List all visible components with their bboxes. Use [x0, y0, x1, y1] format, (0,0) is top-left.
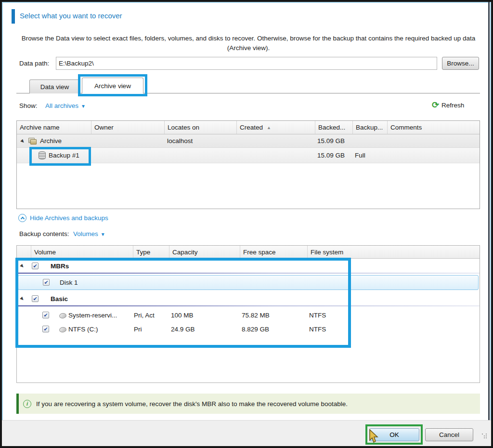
volume-icon [59, 327, 66, 333]
volumes-table: Volume Type Capacity Free space File sys… [16, 245, 480, 383]
backup-name: Backup #1 [49, 152, 79, 159]
expander-icon[interactable]: ▶ [20, 138, 26, 144]
archives-table-header: Archive name Owner Locates on Created▲ B… [17, 121, 480, 134]
hide-archives-link[interactable]: Hide Archives and backups [18, 214, 108, 222]
volume-file-system: NTFS [309, 326, 326, 333]
column-header-created[interactable]: Created▲ [237, 121, 315, 134]
expander-icon[interactable]: ▶ [19, 263, 25, 269]
column-header-volume[interactable]: Volume [31, 246, 133, 258]
table-row-backup-1[interactable]: Backup #1 15.09 GB Full [17, 148, 480, 163]
column-header-capacity[interactable]: Capacity [169, 246, 240, 258]
group-name-basic: Basic [51, 295, 68, 303]
tab-data-view[interactable]: Data view [29, 79, 80, 93]
backup-contents-label: Backup contents: [19, 230, 69, 237]
volume-capacity: 100 MB [171, 312, 194, 319]
chevron-down-icon: ▼ [81, 104, 86, 109]
volume-name-disk-1: Disk 1 [60, 279, 78, 286]
show-filter-dropdown[interactable]: All archives▼ [45, 102, 86, 109]
backup-contents-dropdown[interactable]: Volumes▼ [73, 230, 105, 237]
basic-checkbox[interactable] [32, 295, 39, 302]
column-header-locates-on[interactable]: Locates on [165, 121, 237, 134]
info-icon: i [23, 400, 31, 408]
group-row-mbrs[interactable]: ▶ MBRs [17, 259, 480, 274]
info-accent-bar [16, 394, 19, 414]
volume-free-space: 75.82 MB [242, 312, 270, 319]
description-text: Browse the Data view to select exact fil… [21, 34, 476, 53]
archive-name: Archive [40, 137, 62, 145]
volume-type: Pri, Act [134, 312, 155, 319]
expander-icon[interactable]: ▶ [19, 296, 25, 302]
data-path-label: Data path: [19, 60, 49, 67]
column-header-owner[interactable]: Owner [91, 121, 165, 134]
refresh-icon: ⟳ [432, 101, 439, 109]
browse-button[interactable]: Browse... [442, 57, 479, 70]
column-header-free-space[interactable]: Free space [240, 246, 308, 258]
volume-type: Pri [134, 326, 142, 333]
table-row-system-reserved[interactable]: System-reservi... Pri, Act 100 MB 75.82 … [17, 309, 480, 323]
group-underline [17, 273, 480, 274]
resize-grip[interactable] [482, 434, 489, 440]
volume-capacity: 24.9 GB [171, 326, 195, 333]
group-name-mbrs: MBRs [51, 263, 69, 270]
column-header-comments[interactable]: Comments [388, 121, 480, 134]
column-header-file-system[interactable]: File system [308, 246, 480, 258]
archive-backed-size: 15.09 GB [317, 137, 345, 145]
column-header-archive-name[interactable]: Archive name [17, 121, 91, 134]
page-title: Select what you want to recover [20, 12, 122, 20]
title-accent-bar [12, 9, 15, 24]
mbrs-checkbox[interactable] [32, 263, 39, 269]
volume-file-system: NTFS [309, 312, 326, 319]
volume-name-system-reserved: System-reservi... [68, 312, 117, 319]
table-row-disk-1[interactable]: Disk 1 [18, 275, 479, 290]
backup-database-icon [39, 151, 46, 159]
group-underline [17, 305, 480, 306]
volume-icon [59, 313, 66, 319]
show-filter-value[interactable]: All archives [45, 102, 78, 109]
chevron-down-icon: ▼ [101, 232, 105, 237]
system-reserved-checkbox[interactable] [42, 312, 49, 318]
column-header-gutter [17, 246, 31, 258]
column-header-backup[interactable]: Backup... [353, 121, 388, 134]
column-header-type[interactable]: Type [133, 246, 169, 258]
group-row-basic[interactable]: ▶ Basic [17, 291, 480, 306]
column-header-backed[interactable]: Backed... [315, 121, 353, 134]
sort-ascending-icon: ▲ [267, 125, 271, 130]
disk-1-checkbox[interactable] [43, 279, 50, 286]
cancel-button[interactable]: Cancel [425, 428, 473, 441]
show-filter-label: Show: [19, 102, 38, 109]
collapse-up-icon [18, 214, 26, 222]
info-bar: i If you are recovering a system volume,… [16, 394, 480, 414]
dialog-window: Select what you want to recover Browse t… [0, 0, 493, 448]
footer-bar [2, 420, 493, 448]
hide-archives-label: Hide Archives and backups [30, 214, 108, 222]
backup-contents-value[interactable]: Volumes [73, 230, 98, 237]
ntfs-c-checkbox[interactable] [42, 326, 49, 332]
backup-backed-size: 15.09 GB [317, 152, 345, 159]
info-text: If you are recovering a system volume, r… [36, 400, 348, 408]
window-edge-decoration [488, 2, 490, 446]
volume-name-ntfs-c: NTFS (C:) [68, 326, 98, 333]
refresh-label: Refresh [441, 102, 464, 109]
backup-type: Full [355, 152, 365, 159]
archives-table: Archive name Owner Locates on Created▲ B… [16, 120, 480, 209]
ok-button[interactable]: OK [369, 428, 419, 441]
table-row-ntfs-c[interactable]: NTFS (C:) Pri 24.9 GB 8.829 GB NTFS [17, 323, 480, 337]
volumes-table-header: Volume Type Capacity Free space File sys… [17, 246, 480, 259]
archive-locates-on: localhost [167, 137, 193, 145]
data-path-input[interactable] [56, 57, 437, 70]
volume-free-space: 8.829 GB [242, 326, 269, 333]
refresh-button[interactable]: ⟳ Refresh [432, 101, 464, 109]
table-row-archive[interactable]: ▶ Archive localhost 15.09 GB [17, 134, 480, 148]
tab-archive-view[interactable]: Archive view [82, 78, 143, 93]
